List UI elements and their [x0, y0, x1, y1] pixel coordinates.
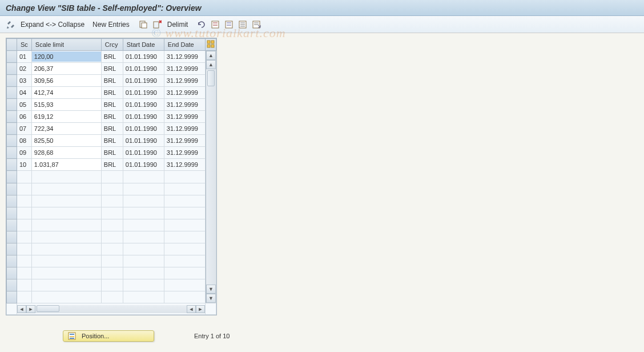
- delete-icon[interactable]: [151, 19, 163, 30]
- position-button[interactable]: Position...: [63, 330, 154, 342]
- cell-start-date: [123, 171, 164, 183]
- cell-end-date: [164, 291, 205, 303]
- row-selector[interactable]: [7, 183, 17, 195]
- vscroll-thumb[interactable]: [207, 70, 215, 86]
- select-all-icon[interactable]: [210, 19, 221, 30]
- row-selector[interactable]: [7, 75, 17, 87]
- cell-sc: [17, 183, 32, 195]
- cell-start-date: 01.01.1990: [123, 63, 164, 75]
- col-header-sc[interactable]: Sc: [17, 39, 32, 51]
- row-selector[interactable]: [7, 255, 17, 267]
- row-selector[interactable]: [7, 171, 17, 183]
- cell-end-date: [164, 195, 205, 207]
- expand-collapse-button[interactable]: Expand <-> Collapse: [21, 21, 84, 29]
- row-selector[interactable]: [7, 147, 17, 159]
- cell-end-date: [164, 255, 205, 267]
- row-selector[interactable]: [7, 159, 17, 171]
- copy-icon[interactable]: [138, 19, 149, 30]
- row-selector[interactable]: [7, 63, 17, 75]
- col-header-end-date[interactable]: End Date: [164, 39, 205, 51]
- cell-end-date: 31.12.9999: [164, 75, 205, 87]
- cell-scale-limit: [31, 159, 101, 171]
- delimit-button[interactable]: Delimit: [167, 21, 188, 29]
- horizontal-scrollbar[interactable]: ◄ ► ◄ ►: [17, 305, 205, 314]
- scale-limit-input[interactable]: [32, 99, 101, 110]
- row-selector[interactable]: [7, 207, 17, 219]
- vscroll-up-icon[interactable]: ▲: [206, 51, 216, 60]
- cell-scale-limit: [31, 63, 101, 75]
- table-settings-icon[interactable]: [205, 39, 216, 51]
- cell-sc: 08: [17, 135, 32, 147]
- toolbar: Expand <-> Collapse New Entries Delimit: [0, 16, 644, 33]
- cell-end-date: 31.12.9999: [164, 51, 205, 63]
- cell-scale-limit: [31, 279, 101, 291]
- deselect-all-icon[interactable]: [223, 19, 235, 30]
- cell-end-date: [164, 171, 205, 183]
- cell-end-date: [164, 279, 205, 291]
- hscroll-right2-icon[interactable]: ►: [196, 305, 205, 313]
- scale-limit-input[interactable]: [32, 111, 101, 122]
- cell-end-date: 31.12.9999: [164, 147, 205, 159]
- col-header-start-date[interactable]: Start Date: [123, 39, 164, 51]
- cell-crcy: BRL: [101, 147, 123, 159]
- print-icon[interactable]: [237, 19, 248, 30]
- row-selector[interactable]: [7, 111, 17, 123]
- row-selector[interactable]: [7, 135, 17, 147]
- hscroll-thumb[interactable]: [37, 305, 59, 312]
- hscroll-right-icon[interactable]: ►: [26, 305, 35, 313]
- cell-crcy: BRL: [101, 159, 123, 171]
- cell-start-date: [123, 183, 164, 195]
- cell-start-date: 01.01.1990: [123, 159, 164, 171]
- row-selector[interactable]: [7, 123, 17, 135]
- hscroll-left2-icon[interactable]: ◄: [187, 305, 196, 313]
- row-select-header[interactable]: [7, 39, 17, 51]
- row-selector[interactable]: [7, 267, 17, 279]
- row-selector[interactable]: [7, 51, 17, 63]
- row-selector[interactable]: [7, 231, 17, 243]
- cell-end-date: [164, 207, 205, 219]
- cell-sc: 07: [17, 123, 32, 135]
- row-selector[interactable]: [7, 87, 17, 99]
- scale-limit-input[interactable]: [32, 147, 101, 158]
- toggle-edit-icon[interactable]: [6, 19, 16, 30]
- export-icon[interactable]: [251, 19, 262, 30]
- table-row: 06BRL01.01.199031.12.9999: [7, 111, 216, 123]
- col-header-scale-limit[interactable]: Scale limit: [31, 39, 101, 51]
- scale-limit-input[interactable]: [32, 159, 101, 170]
- cell-crcy: BRL: [101, 135, 123, 147]
- cell-scale-limit: [31, 195, 101, 207]
- svg-rect-2: [154, 22, 159, 28]
- vertical-scrollbar[interactable]: ▲▲▼▼: [206, 51, 216, 303]
- cell-sc: 05: [17, 99, 32, 111]
- col-header-crcy[interactable]: Crcy: [101, 39, 123, 51]
- hscroll-left-icon[interactable]: ◄: [17, 305, 26, 313]
- cell-sc: 04: [17, 87, 32, 99]
- cell-scale-limit: [31, 123, 101, 135]
- scale-limit-input[interactable]: [32, 123, 101, 134]
- table-row: [7, 171, 216, 183]
- row-selector[interactable]: [7, 279, 17, 291]
- row-selector[interactable]: [7, 219, 17, 231]
- row-selector[interactable]: [7, 243, 17, 255]
- scale-limit-input[interactable]: [32, 87, 101, 98]
- table-row: [7, 183, 216, 195]
- vscroll-down2-icon[interactable]: ▼: [206, 294, 216, 303]
- cell-scale-limit: [31, 291, 101, 303]
- new-entries-button[interactable]: New Entries: [92, 21, 130, 29]
- row-selector[interactable]: [7, 99, 17, 111]
- cell-end-date: 31.12.9999: [164, 99, 205, 111]
- scale-limit-input[interactable]: [32, 63, 101, 74]
- vscroll-up2-icon[interactable]: ▲: [206, 60, 216, 69]
- scale-limit-input[interactable]: [32, 51, 101, 62]
- cell-scale-limit: [31, 255, 101, 267]
- scale-limit-input[interactable]: [32, 135, 101, 146]
- scale-limit-input[interactable]: [32, 75, 101, 86]
- entry-count: Entry 1 of 10: [194, 333, 230, 339]
- cell-end-date: 31.12.9999: [164, 63, 205, 75]
- row-selector[interactable]: [7, 195, 17, 207]
- undo-icon[interactable]: [196, 19, 207, 30]
- vscroll-down-icon[interactable]: ▼: [206, 285, 216, 294]
- cell-crcy: [101, 255, 123, 267]
- row-selector[interactable]: [7, 291, 17, 303]
- table-row: [7, 195, 216, 207]
